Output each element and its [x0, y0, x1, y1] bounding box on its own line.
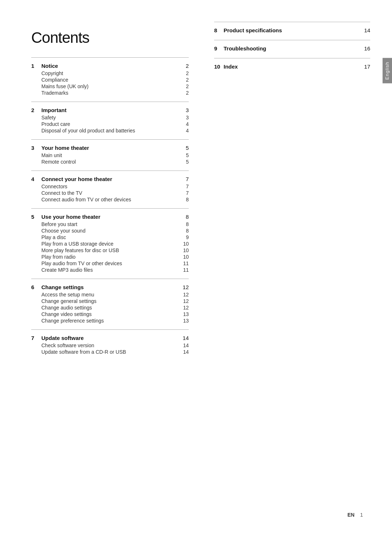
toc-sub-title: Remote control [41, 159, 181, 165]
toc-sub-title: Compliance [41, 77, 181, 83]
toc-sub-row: Play from a USB storage device10 [31, 241, 189, 247]
right-toc-row: 9Troubleshooting16 [214, 45, 370, 52]
right-toc-section: 8Product specifications14 [214, 22, 370, 40]
toc-sub-page: 4 [181, 121, 189, 127]
right-toc: 8Product specifications149Troubleshootin… [214, 22, 370, 76]
toc-sub-page: 12 [181, 292, 189, 297]
toc-title: Your home theater [38, 145, 181, 151]
toc-page: 14 [181, 335, 189, 341]
toc-sub-row: Compliance2 [31, 77, 189, 83]
toc-sub-page: 8 [181, 228, 189, 234]
toc-section: 1Notice2Copyright2Compliance2Mains fuse … [31, 57, 189, 102]
toc-sub-row: Connectors7 [31, 184, 189, 189]
toc-sub-title: More play features for disc or USB [41, 247, 181, 253]
toc-number: 3 [31, 145, 38, 151]
toc-section: 6Change settings12Access the setup menu1… [31, 279, 189, 329]
toc-sub-page: 5 [181, 152, 189, 158]
toc-sub-page: 7 [181, 184, 189, 189]
toc-sub-row: Connect to the TV7 [31, 190, 189, 196]
toc-sub-page: 4 [181, 128, 189, 134]
toc-sub-row: Product care4 [31, 121, 189, 127]
toc-page: 5 [181, 145, 189, 151]
toc-sub-page: 2 [181, 90, 189, 96]
toc-sub-page: 2 [181, 83, 189, 89]
toc-sub-title: Create MP3 audio files [41, 267, 181, 273]
toc-page: 2 [181, 63, 189, 69]
right-toc-page: 17 [363, 63, 370, 70]
toc-sub-page: 2 [181, 70, 189, 76]
right-toc-page: 14 [363, 27, 370, 33]
right-toc-section: 9Troubleshooting16 [214, 40, 370, 58]
footer-lang: EN [347, 512, 354, 518]
page-title: Contents [31, 29, 189, 46]
toc-sub-title: Connectors [41, 184, 181, 189]
toc-sub-page: 13 [181, 311, 189, 317]
left-toc: 1Notice2Copyright2Compliance2Mains fuse … [31, 57, 189, 361]
toc-sub-page: 10 [181, 247, 189, 253]
toc-sub-page: 2 [181, 77, 189, 83]
toc-sub-title: Before you start [41, 221, 181, 227]
toc-sub-page: 11 [181, 267, 189, 273]
toc-sub-title: Update software from a CD-R or USB [41, 349, 181, 355]
toc-sub-page: 8 [181, 221, 189, 227]
toc-sub-page: 14 [181, 342, 189, 348]
toc-sub-page: 10 [181, 241, 189, 247]
toc-section-row: 1Notice2 [31, 63, 189, 69]
toc-section: 2Important3Safety3Product care4Disposal … [31, 102, 189, 139]
toc-sub-row: Main unit5 [31, 152, 189, 158]
toc-number: 6 [31, 284, 38, 290]
toc-sub-title: Choose your sound [41, 228, 181, 234]
right-toc-row: 8Product specifications14 [214, 27, 370, 33]
toc-section-row: 6Change settings12 [31, 284, 189, 290]
toc-sub-title: Disposal of your old product and batteri… [41, 128, 181, 134]
toc-sub-page: 9 [181, 234, 189, 240]
toc-sub-row: Update software from a CD-R or USB14 [31, 349, 189, 355]
language-tab: English [383, 58, 392, 83]
toc-section-row: 2Important3 [31, 107, 189, 113]
toc-section-row: 5Use your home theater8 [31, 214, 189, 220]
toc-sub-page: 10 [181, 254, 189, 260]
right-toc-row: 10Index17 [214, 63, 370, 70]
toc-sub-row: Change audio settings12 [31, 305, 189, 311]
toc-sub-row: Access the setup menu12 [31, 292, 189, 297]
toc-sub-row: Remote control5 [31, 159, 189, 165]
toc-sub-row: Change video settings13 [31, 311, 189, 317]
toc-sub-row: Trademarks2 [31, 90, 189, 96]
toc-sub-row: Choose your sound8 [31, 228, 189, 234]
toc-title: Connect your home theater [38, 176, 181, 182]
toc-sub-row: Play from radio10 [31, 254, 189, 260]
toc-sub-page: 12 [181, 305, 189, 311]
toc-sub-row: Change general settings12 [31, 298, 189, 304]
toc-sub-page: 11 [181, 260, 189, 266]
right-toc-page: 16 [363, 45, 370, 52]
toc-sub-page: 8 [181, 197, 189, 202]
toc-page: 7 [181, 176, 189, 182]
toc-sub-row: Create MP3 audio files11 [31, 267, 189, 273]
toc-sub-page: 14 [181, 349, 189, 355]
toc-sub-title: Connect to the TV [41, 190, 181, 196]
toc-sub-row: Safety3 [31, 115, 189, 120]
toc-title: Notice [38, 63, 181, 69]
toc-page: 8 [181, 214, 189, 220]
right-toc-section: 10Index17 [214, 58, 370, 76]
toc-sub-row: Disposal of your old product and batteri… [31, 128, 189, 134]
toc-sub-row: Check software version14 [31, 342, 189, 348]
toc-sub-page: 7 [181, 190, 189, 196]
toc-sub-title: Access the setup menu [41, 292, 181, 297]
toc-section: 7Update software14Check software version… [31, 329, 189, 361]
toc-sub-row: Play a disc9 [31, 234, 189, 240]
toc-number: 7 [31, 335, 38, 341]
footer-page: 1 [360, 512, 363, 518]
toc-number: 1 [31, 63, 38, 69]
toc-sub-title: Change preference settings [41, 318, 181, 324]
toc-sub-row: Copyright2 [31, 70, 189, 76]
toc-sub-title: Play from radio [41, 254, 181, 260]
toc-sub-title: Trademarks [41, 90, 181, 96]
toc-number: 4 [31, 176, 38, 182]
right-column: 8Product specifications149Troubleshootin… [203, 22, 392, 532]
toc-sub-title: Connect audio from TV or other devices [41, 197, 181, 202]
right-toc-number: 10 [214, 63, 224, 70]
toc-section: 4Connect your home theater7Connectors7Co… [31, 171, 189, 208]
footer: EN 1 [347, 512, 363, 518]
toc-sub-page: 12 [181, 298, 189, 304]
